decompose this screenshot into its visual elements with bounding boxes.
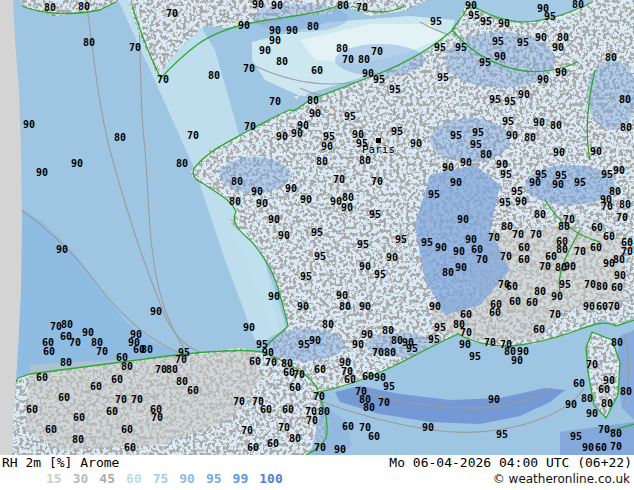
legend-value-60: 60: [126, 471, 142, 486]
legend-value-15: 15: [46, 471, 62, 486]
paris-label: Paris: [362, 143, 395, 156]
weather-map-screenshot: 8080708070709080709090809090909080709090…: [0, 0, 634, 490]
legend-value-45: 45: [99, 471, 115, 486]
legend-value-100: 100: [259, 471, 282, 486]
legend-value-30: 30: [73, 471, 89, 486]
humidity-legend: 1530456075909599100: [46, 471, 283, 486]
copyright-notice: © weatheronline.co.uk: [493, 472, 630, 486]
product-title: RH 2m [%] Arome: [2, 455, 119, 470]
legend-value-99: 99: [233, 471, 249, 486]
legend-value-75: 75: [153, 471, 169, 486]
legend-value-90: 90: [179, 471, 195, 486]
weather-map: 8080708070709080709090809090909080709090…: [0, 0, 634, 455]
forecast-datetime: Mo 06-04-2026 04:00 UTC (06+22): [389, 455, 632, 470]
map-svg: [0, 0, 634, 455]
legend-value-95: 95: [206, 471, 222, 486]
footer-bar: RH 2m [%] Arome Mo 06-04-2026 04:00 UTC …: [0, 455, 634, 490]
